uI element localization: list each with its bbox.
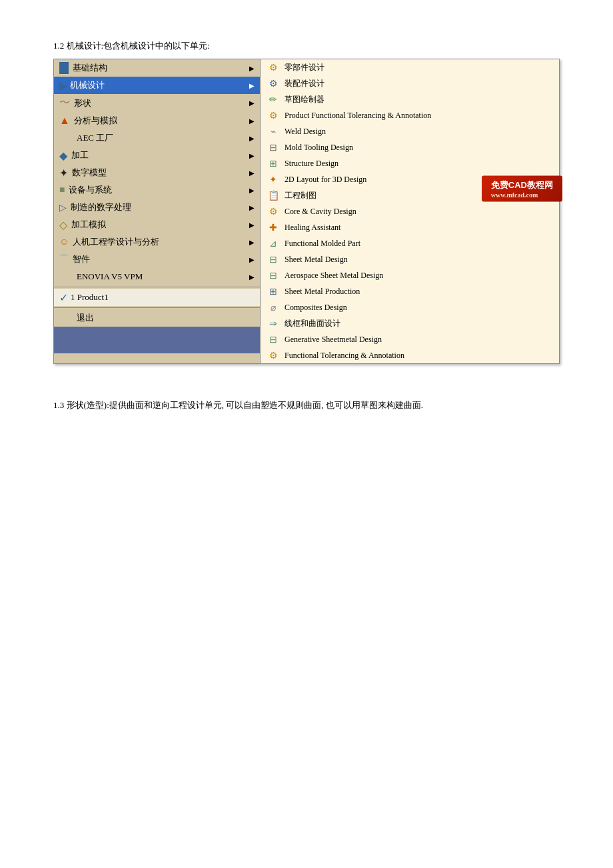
menu-right-sheetmetal[interactable]: ⊟ Sheet Metal Design [261,251,559,267]
menu-right-lingpian[interactable]: ⚙ 零部件设计 [261,59,559,75]
menu-item-jiagongmoni-label: 加工模拟 [71,219,106,231]
menu-right-lingpian-label: 零部件设计 [285,62,324,73]
menu-right-core-label: Core & Cavity Design [285,207,356,217]
menu-right-core[interactable]: ⚙ Core & Cavity Design [261,203,559,219]
menu-item-zhizao[interactable]: ▷ 制造的数字处理 ▶ [54,199,260,216]
menu-right-gongcheng-label: 工程制图 [285,190,316,201]
menu-right-xiankuang[interactable]: ⇒ 线框和曲面设计 [261,315,559,331]
menu-right-gensheetmetal[interactable]: ⊟ Generative Sheetmetal Design [261,331,559,347]
weld-icon: ⌁ [266,125,281,138]
menu-right-molded-label: Functional Molded Part [285,239,360,249]
gear-orange-icon: ⚙ [266,61,281,74]
arrow-icon-jiagong: ▶ [249,152,255,159]
menu-item-enovia[interactable]: ENOVIA V5 VPM ▶ [54,268,260,285]
section-title-1-2: 1.2 机械设计:包含机械设计中的以下单元: [53,40,560,52]
pencil-green-icon: ✏ [266,93,281,106]
blue-bar-icon [59,62,69,74]
menu-right-molded[interactable]: ⊿ Functional Molded Part [261,235,559,251]
menu-item-lingpian[interactable]: ⌒ 智件 ▶ [54,251,260,268]
menu-item-shebei[interactable]: ■ 设备与系统 ▶ [54,181,260,199]
menu-right-mold[interactable]: ⊟ Mold Tooling Design [261,139,559,155]
menu-item-jiagongmoni[interactable]: ◇ 加工模拟 ▶ [54,216,260,233]
menu-item-fenxi[interactable]: ▲ 分析与模拟 ▶ [54,112,260,129]
menu-right-functol[interactable]: ⚙ Functional Tolerancing & Annotation [261,347,559,363]
menu-right-weld-label: Weld Design [285,127,326,137]
watermark-line1: 免费CAD教程网 [491,180,553,190]
menu-right-gensheetmetal-label: Generative Sheetmetal Design [285,335,382,345]
menu-item-aec[interactable]: AEC 工厂 ▶ [54,129,260,147]
menu-right-caotu[interactable]: ✏ 草图绘制器 [261,91,559,107]
menu-item-xingzhuang-label: 形状 [74,97,91,109]
menu-item-exit[interactable]: 退出 [54,309,260,327]
menu-item-jiagong[interactable]: ◆ 加工 ▶ [54,147,260,164]
arrow-icon-aec: ▶ [249,135,255,142]
layout-icon: ✦ [266,173,281,186]
arrow-blue-icon: ▶ [59,79,67,92]
drawing-icon: 📋 [266,189,281,202]
menu-item-shuzi[interactable]: ✦ 数字模型 ▶ [54,164,260,181]
menu-item-fenxi-label: 分析与模拟 [74,115,117,127]
composites-icon: ⌀ [266,301,281,314]
menu-right-peijian-label: 装配件设计 [285,78,324,89]
menu-item-jichu[interactable]: 基础结构 ▶ [54,59,260,77]
menu-item-jiagong-label: 加工 [71,149,89,161]
menu-right-composites[interactable]: ⌀ Composites Design [261,299,559,315]
functol-icon: ⚙ [266,349,281,362]
menu-item-xingzhuang[interactable]: 〜 形状 ▶ [54,94,260,112]
structure-icon: ⊞ [266,157,281,170]
menu-item-jixie-label: 机械设计 [70,79,105,91]
menu-right-healing[interactable]: ✚ Healing Assistant [261,219,559,235]
wave-icon: 〜 [59,96,70,110]
menu-item-product1[interactable]: ✓ 1 Product1 [54,289,260,306]
separator-1 [54,287,260,287]
menu-item-jixie[interactable]: ▶ 机械设计 ▶ [54,77,260,94]
menu-right-sheetprod-label: Sheet Metal Production [285,287,360,297]
menu-right-sheetmetal-label: Sheet Metal Design [285,255,348,265]
arrow-icon-fenxi: ▶ [249,117,255,125]
menu-item-enovia-label: ENOVIA V5 VPM [77,271,143,282]
menu-right-tolerance[interactable]: ⚙ Product Functional Tolerancing & Annot… [261,107,559,123]
molded-icon: ⊿ [266,237,281,250]
menu-right-aerospace[interactable]: ⊟ Aerospace Sheet Metal Design [261,267,559,283]
menu-right-aerospace-label: Aerospace Sheet Metal Design [285,271,383,281]
menu-item-shebei-label: 设备与系统 [69,184,112,196]
menu-right-weld[interactable]: ⌁ Weld Design [261,123,559,139]
core-icon: ⚙ [266,205,281,218]
diamond2-icon: ◇ [59,219,67,231]
person-icon: ☺ [59,237,69,247]
menu-right-layout2d-label: 2D Layout for 3D Design [285,175,366,185]
menu-item-product1-label: 1 Product1 [71,292,109,303]
menu-right-functol-label: Functional Tolerancing & Annotation [285,351,404,361]
triangle-icon: ▲ [59,115,70,127]
square-icon: ■ [59,185,65,195]
aerospace-icon: ⊟ [266,269,281,282]
feather-icon: ✦ [59,167,68,179]
menu-right-mold-label: Mold Tooling Design [285,143,353,153]
menu-item-aec-label: AEC 工厂 [77,132,113,144]
arrow-icon-enovia: ▶ [249,273,255,281]
check-icon: ✓ [59,291,68,304]
menu-right-tolerance-label: Product Functional Tolerancing & Annotat… [285,111,431,121]
tolerance-icon: ⚙ [266,109,281,122]
menu-right-peijian[interactable]: ⚙ 装配件设计 [261,75,559,91]
menu-right-xiankuang-label: 线框和曲面设计 [285,318,340,329]
menu-right-structure[interactable]: ⊞ Structure Design [261,155,559,171]
watermark-line2: www.mfcad.com [491,191,553,199]
right-arrow-icon: ▷ [59,202,67,213]
arrow-icon-jiagongmoni: ▶ [249,221,255,229]
menu-right-gongcheng[interactable]: 📋 工程制图 免费CAD教程网 www.mfcad.com [261,187,559,203]
arrow-icon-jixie: ▶ [249,82,255,89]
arrow-icon-jichu: ▶ [249,65,255,72]
menu-item-exit-label: 退出 [77,312,94,324]
arrow-icon-zhizao: ▶ [249,204,255,211]
arrow-icon-shuzi: ▶ [249,169,255,177]
section-1-3: 1.3 形状(造型):提供曲面和逆向工程设计单元, 可以自由塑造不规则曲面, 也… [53,397,560,413]
menu-right-caotu-label: 草图绘制器 [285,94,324,105]
gensheetmetal-icon: ⊟ [266,333,281,346]
healing-icon: ✚ [266,221,281,234]
menu-wrapper: 基础结构 ▶ ▶ 机械设计 ▶ 〜 形状 ▶ ▲ 分析与模拟 ▶ [53,59,560,364]
menu-item-rengong[interactable]: ☺ 人机工程学设计与分析 ▶ [54,233,260,251]
menu-item-lingpian-label: 智件 [73,253,90,265]
menu-right-sheetprod[interactable]: ⊞ Sheet Metal Production [261,283,559,299]
gear-blue-icon: ⚙ [266,77,281,90]
